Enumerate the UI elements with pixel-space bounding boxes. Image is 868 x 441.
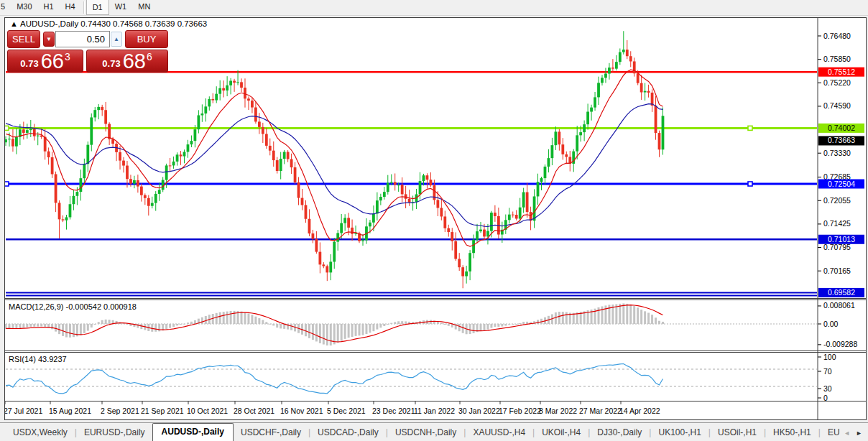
sell-price-pip: 3 bbox=[65, 51, 70, 62]
panel-frames bbox=[5, 18, 866, 419]
svg-text:0.74002: 0.74002 bbox=[828, 124, 855, 132]
sell-price-button[interactable]: 0.73 66 3 bbox=[7, 50, 83, 73]
timeframe-button-mn[interactable]: MN bbox=[132, 0, 156, 15]
tab-scroll-arrows: ◄ ► bbox=[841, 430, 868, 441]
sell-price-main: 66 bbox=[41, 52, 64, 70]
chart-tab-hk50-h1[interactable]: HK50-,H1 bbox=[766, 424, 818, 441]
chart-title: ▲AUDUSD-,Daily 0.74430 0.74568 0.73639 0… bbox=[10, 19, 207, 28]
svg-text:2 Sep 2021: 2 Sep 2021 bbox=[101, 407, 139, 415]
svg-text:-0.009288: -0.009288 bbox=[823, 340, 857, 348]
svg-text:17 Feb 2022: 17 Feb 2022 bbox=[499, 407, 541, 415]
chart-tab-eu[interactable]: EU bbox=[821, 424, 841, 441]
svg-text:0.74590: 0.74590 bbox=[823, 101, 851, 110]
chart-tab-usdcnh-daily[interactable]: USDCNH-,Daily bbox=[388, 424, 463, 441]
svg-text:27 Mar 2022: 27 Mar 2022 bbox=[579, 407, 622, 415]
svg-text:15 Aug 2021: 15 Aug 2021 bbox=[49, 407, 91, 415]
lot-decrease-button[interactable]: ▼ bbox=[43, 32, 55, 47]
chart-tab-usoil-h1[interactable]: USOil-,H1 bbox=[711, 424, 764, 441]
date-axis: 27 Jul 202115 Aug 20212 Sep 202121 Sep 2… bbox=[5, 401, 660, 416]
one-click-trading-panel: SELL ▼ ▲ BUY 0.73 66 3 0.73 68 6 bbox=[7, 30, 168, 73]
svg-text:23 Dec 2021: 23 Dec 2021 bbox=[372, 407, 415, 415]
chart-tabs: USDX,Weekly|EURUSD-,DailyAUDUSD-,DailyUS… bbox=[0, 423, 841, 441]
svg-text:0.00: 0.00 bbox=[823, 320, 839, 328]
chart-tab-dj30-daily[interactable]: DJ30-,Daily bbox=[590, 424, 649, 441]
toolbar-separator bbox=[83, 1, 84, 14]
svg-text:0: 0 bbox=[823, 394, 828, 402]
svg-text:0.71425: 0.71425 bbox=[823, 219, 851, 228]
svg-text:0.75850: 0.75850 bbox=[823, 55, 851, 63]
chart-tab-uk100-h1[interactable]: UK100-,H1 bbox=[651, 424, 708, 441]
svg-text:RSI(14) 43.9237: RSI(14) 43.9237 bbox=[9, 355, 67, 363]
svg-text:0.69582: 0.69582 bbox=[828, 288, 855, 297]
timeframe-button-h1[interactable]: H1 bbox=[38, 0, 60, 15]
lot-size-input[interactable] bbox=[55, 31, 110, 47]
timeframe-toolbar: 5M30H1H4D1W1MN bbox=[0, 0, 868, 16]
svg-text:27 Jul 2021: 27 Jul 2021 bbox=[5, 407, 42, 415]
svg-text:0.70165: 0.70165 bbox=[823, 266, 851, 275]
svg-text:0.71013: 0.71013 bbox=[828, 235, 855, 243]
svg-text:0.76480: 0.76480 bbox=[823, 32, 851, 40]
svg-text:30 Jan 2022: 30 Jan 2022 bbox=[458, 407, 500, 415]
sell-button[interactable]: SELL bbox=[7, 30, 40, 48]
buy-price-main: 68 bbox=[123, 52, 146, 70]
svg-text:28 Oct 2021: 28 Oct 2021 bbox=[234, 407, 274, 415]
svg-text:10 Oct 2021: 10 Oct 2021 bbox=[187, 407, 228, 415]
svg-text:0.75220: 0.75220 bbox=[823, 78, 851, 87]
svg-text:0.72055: 0.72055 bbox=[823, 196, 851, 205]
chart-canvas[interactable]: ▲AUDUSD-,Daily 0.74430 0.74568 0.73639 0… bbox=[5, 18, 866, 419]
timeframe-button-d1[interactable]: D1 bbox=[86, 0, 109, 15]
timeframe-button-m30[interactable]: M30 bbox=[11, 0, 37, 15]
timeframe-button-w1[interactable]: W1 bbox=[109, 0, 133, 15]
order-row: SELL ▼ ▲ BUY bbox=[7, 30, 168, 49]
svg-text:MACD(12,26,9) -0.000542 0.0009: MACD(12,26,9) -0.000542 0.000918 bbox=[9, 302, 137, 311]
moving-average-layer bbox=[6, 70, 662, 246]
buy-button[interactable]: BUY bbox=[125, 30, 168, 48]
svg-text:5 Dec 2021: 5 Dec 2021 bbox=[327, 407, 366, 415]
sell-price-prefix: 0.73 bbox=[20, 58, 38, 69]
svg-text:0.73330: 0.73330 bbox=[823, 149, 851, 157]
svg-text:16 Nov 2021: 16 Nov 2021 bbox=[280, 407, 323, 415]
buy-price-pip: 6 bbox=[147, 51, 152, 62]
buy-price-prefix: 0.73 bbox=[102, 58, 120, 69]
timeframe-button-h4[interactable]: H4 bbox=[60, 0, 81, 15]
chart-tab-usdcad-daily[interactable]: USDCAD-,Daily bbox=[310, 424, 386, 441]
buy-price-button[interactable]: 0.73 68 6 bbox=[86, 50, 168, 73]
svg-text:AUDUSD-,Daily 0.74430 0.74568: AUDUSD-,Daily 0.74430 0.74568 0.73639 0.… bbox=[20, 19, 207, 28]
svg-text:0.008061: 0.008061 bbox=[823, 301, 855, 310]
tab-scroll-left-icon[interactable]: ◄ bbox=[844, 430, 850, 437]
rsi-panel bbox=[6, 364, 817, 394]
chart-tab-xauusd-h4[interactable]: XAUUSD-,H4 bbox=[466, 424, 532, 441]
chart-tab-usdx-weekly[interactable]: USDX,Weekly bbox=[6, 424, 75, 441]
chart-tab-ukoil-h4[interactable]: UKOil-,H4 bbox=[535, 424, 588, 441]
svg-text:14 Apr 2022: 14 Apr 2022 bbox=[619, 407, 660, 415]
svg-text:11 Jan 2022: 11 Jan 2022 bbox=[414, 407, 455, 415]
chart-tab-usdchf-daily[interactable]: USDCHF-,Daily bbox=[234, 424, 308, 441]
svg-text:100: 100 bbox=[823, 353, 836, 361]
timeframe-button-5[interactable]: 5 bbox=[0, 0, 11, 15]
chart-window[interactable]: ▲AUDUSD-,Daily 0.74430 0.74568 0.73639 0… bbox=[4, 17, 867, 420]
chart-tab-bar: USDX,Weekly|EURUSD-,DailyAUDUSD-,DailyUS… bbox=[0, 422, 868, 441]
svg-text:▲: ▲ bbox=[10, 19, 18, 28]
svg-text:21 Sep 2021: 21 Sep 2021 bbox=[141, 407, 184, 415]
svg-text:0.73663: 0.73663 bbox=[828, 136, 855, 144]
svg-text:8 Mar 2022: 8 Mar 2022 bbox=[539, 407, 577, 415]
lot-increase-button[interactable]: ▲ bbox=[111, 32, 122, 47]
svg-text:0.70795: 0.70795 bbox=[823, 243, 851, 251]
tab-scroll-right-icon[interactable]: ► bbox=[856, 430, 862, 437]
svg-text:30: 30 bbox=[823, 384, 832, 393]
svg-text:0.75512: 0.75512 bbox=[828, 68, 855, 76]
svg-text:0.72504: 0.72504 bbox=[828, 180, 855, 188]
chart-tab-eurusd-daily[interactable]: EURUSD-,Daily bbox=[77, 424, 152, 441]
chart-tab-audusd-daily[interactable]: AUDUSD-,Daily bbox=[152, 423, 234, 441]
price-axis: 0.764800.758500.752200.745900.733300.726… bbox=[818, 32, 864, 402]
svg-text:70: 70 bbox=[823, 367, 832, 376]
